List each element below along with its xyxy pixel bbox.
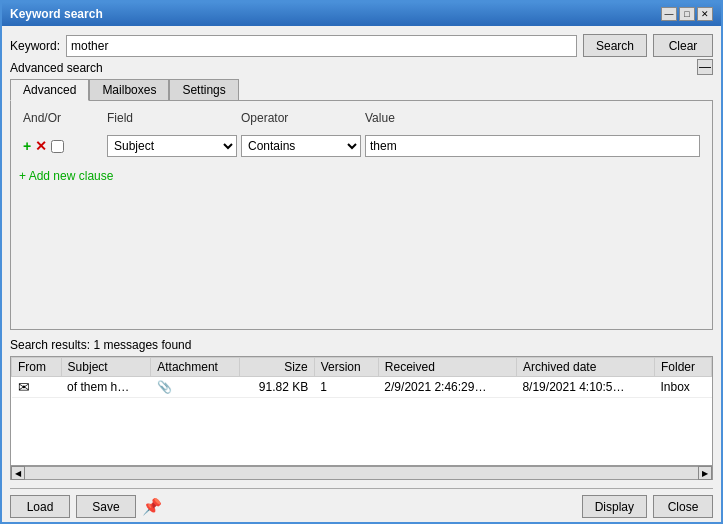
window-title: Keyword search [10,7,103,21]
cell-received: 2/9/2021 2:46:29… [378,377,516,398]
main-content: Keyword: Search Clear Advanced search — … [2,26,721,488]
minimize-button[interactable]: — [661,7,677,21]
maximize-button[interactable]: □ [679,7,695,21]
keyword-input[interactable] [66,35,577,57]
bottom-right-buttons: Display Close [582,495,713,518]
cell-archived: 8/19/2021 4:10:5… [516,377,654,398]
value-input[interactable] [365,135,700,157]
cell-version: 1 [314,377,378,398]
add-clause-icon[interactable]: + [23,138,31,154]
field-select[interactable]: Subject From To Date Body Attachment [107,135,237,157]
col-header-folder: Folder [655,358,712,377]
save-button[interactable]: Save [76,495,136,518]
results-table-container: From Subject Attachment Size Version Rec… [10,356,713,466]
load-button[interactable]: Load [10,495,70,518]
tab-mailboxes-label: Mailboxes [102,83,156,97]
window-controls: — □ ✕ [661,7,713,21]
pin-icon[interactable]: 📌 [142,497,162,516]
scroll-right-button[interactable]: ▶ [698,466,712,480]
tab-advanced[interactable]: Advanced [10,79,89,101]
horizontal-scrollbar[interactable]: ◀ ▶ [10,466,713,480]
operator-select[interactable]: Contains Does not contain Is Is not Star… [241,135,361,157]
keyword-search-window: Keyword search — □ ✕ Keyword: Search Cle… [0,0,723,524]
header-operator: Operator [241,111,361,125]
email-icon: ✉ [18,379,30,395]
header-andor: And/Or [23,111,103,125]
header-value: Value [365,111,700,125]
col-header-attachment: Attachment [151,358,240,377]
bottom-left-buttons: Load Save 📌 [10,495,162,518]
cell-attachment: 📎 [151,377,240,398]
col-header-subject: Subject [61,358,151,377]
col-header-archived: Archived date [516,358,654,377]
table-row[interactable]: ✉ of them h… 📎 91.82 KB 1 2/9/2021 2:46:… [12,377,712,398]
collapse-icon: — [699,60,711,74]
search-results-text: Search results: [10,338,90,352]
clause-actions: + ✕ [23,138,103,154]
add-clause-label: + Add new clause [19,169,113,183]
title-bar: Keyword search — □ ✕ [2,2,721,26]
cell-subject: of them h… [61,377,151,398]
collapse-button[interactable]: — [697,59,713,75]
clause-row-1: + ✕ Subject From To Date Body Attachment… [19,133,704,159]
col-header-size: Size [240,358,314,377]
search-results-count: 1 messages found [93,338,191,352]
tabs-row: Advanced Mailboxes Settings [10,79,713,101]
col-header-received: Received [378,358,516,377]
tab-mailboxes[interactable]: Mailboxes [89,79,169,101]
display-button[interactable]: Display [582,495,647,518]
tab-settings[interactable]: Settings [169,79,238,101]
search-results-area: Search results: 1 messages found From Su… [10,338,713,480]
header-field: Field [107,111,237,125]
cell-folder: Inbox [655,377,712,398]
keyword-row: Keyword: Search Clear [10,34,713,57]
close-dialog-button[interactable]: Close [653,495,713,518]
tab-content-advanced: And/Or Field Operator Value + ✕ Subject … [10,100,713,330]
add-new-clause[interactable]: + Add new clause [19,169,704,183]
results-header-row: From Subject Attachment Size Version Rec… [12,358,712,377]
clause-header: And/Or Field Operator Value [19,109,704,127]
results-table: From Subject Attachment Size Version Rec… [11,357,712,398]
cell-from: ✉ [12,377,62,398]
remove-clause-icon[interactable]: ✕ [35,138,47,154]
scrollbar-track[interactable] [25,467,698,479]
search-button[interactable]: Search [583,34,647,57]
cell-size: 91.82 KB [240,377,314,398]
advanced-search-link[interactable]: Advanced search [10,61,103,75]
col-header-version: Version [314,358,378,377]
tab-settings-label: Settings [182,83,225,97]
clear-button[interactable]: Clear [653,34,713,57]
col-header-from: From [12,358,62,377]
clause-checkbox[interactable] [51,140,64,153]
close-button[interactable]: ✕ [697,7,713,21]
bottom-bar: Load Save 📌 Display Close [2,489,721,522]
search-results-label: Search results: 1 messages found [10,338,713,352]
tabs-container: Advanced Mailboxes Settings And/Or Field… [10,79,713,330]
keyword-label: Keyword: [10,39,60,53]
tab-advanced-label: Advanced [23,83,76,97]
scroll-left-button[interactable]: ◀ [11,466,25,480]
